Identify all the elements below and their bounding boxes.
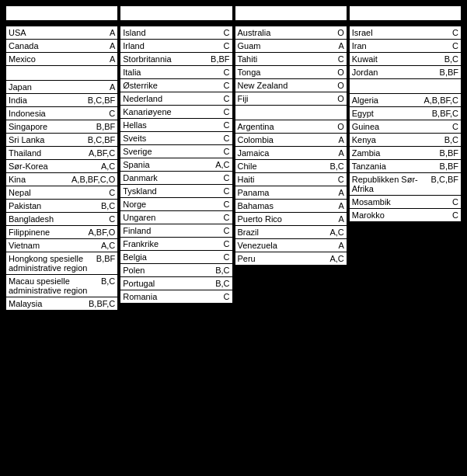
country-code: O xyxy=(337,122,344,131)
country-code: A xyxy=(338,41,343,50)
country-code: A xyxy=(338,214,343,224)
country-code: A xyxy=(110,41,115,50)
country-code: A xyxy=(338,241,343,250)
country-row: FijiO xyxy=(235,92,347,105)
column-4: IsraelCIranCKuwaitB,CJordanB,BFAlgeriaA,… xyxy=(350,26,461,311)
country-name: USA xyxy=(9,28,106,37)
country-code: A,C xyxy=(215,160,229,169)
country-code: C xyxy=(224,28,230,37)
country-code: C xyxy=(224,252,230,262)
mid-search-4-4[interactable] xyxy=(350,79,461,93)
country-row: ØsterrikeC xyxy=(120,79,232,92)
country-row: KinaA,B,BF,C,O xyxy=(6,173,117,186)
country-row: PeruA,C xyxy=(235,252,347,265)
country-name: Bangladesh xyxy=(9,214,106,224)
country-code: O xyxy=(337,68,344,77)
country-code: B,C xyxy=(329,162,343,171)
country-row: JapanA xyxy=(6,81,117,93)
country-row: TongaO xyxy=(235,66,347,78)
country-row: BelgiaC xyxy=(120,251,232,263)
country-name: Iran xyxy=(352,41,449,50)
country-row: SverigeC xyxy=(120,145,232,158)
country-name: Brazil xyxy=(238,228,327,237)
column-1: USAACanadaAMexicoAJapanAIndiaB,C,BFIndon… xyxy=(6,26,117,311)
country-code: C xyxy=(224,134,230,143)
country-name: Peru xyxy=(238,254,327,263)
country-code: C xyxy=(224,41,230,50)
country-code: C xyxy=(452,41,458,50)
top-search-input-4[interactable] xyxy=(350,6,461,20)
country-code: C xyxy=(338,54,344,64)
country-code: O xyxy=(337,28,344,37)
country-row: IndiaB,C,BF xyxy=(6,94,117,106)
country-name: Mosambik xyxy=(352,197,449,207)
country-code: A,C xyxy=(329,254,343,263)
country-name: Sverige xyxy=(123,147,220,156)
country-row: KanariøyeneC xyxy=(120,106,232,118)
country-name: Guam xyxy=(238,41,336,50)
country-name: Portugal xyxy=(123,279,212,288)
country-row: IslandC xyxy=(120,26,232,39)
country-name: Tanzania xyxy=(352,162,437,171)
country-name: Canada xyxy=(9,41,106,50)
country-name: Danmark xyxy=(123,173,220,182)
country-row: Republikken Sør-AfrikaB,C,BF xyxy=(350,173,461,195)
country-code: C xyxy=(224,292,230,301)
country-code: C xyxy=(109,188,115,197)
country-row: PolenB,C xyxy=(120,264,232,276)
country-name: Tahiti xyxy=(238,54,335,64)
top-search-input-2[interactable] xyxy=(120,6,232,20)
country-name: Pakistan xyxy=(9,201,98,210)
country-code: B,BF,C xyxy=(432,109,458,118)
country-row: SingaporeB,BF xyxy=(6,120,117,133)
country-row: MarokkoC xyxy=(350,209,461,221)
country-row: ChileB,C xyxy=(235,160,347,172)
country-row: MexicoA xyxy=(6,53,117,65)
mid-search-1-3[interactable] xyxy=(6,66,117,80)
country-code: C xyxy=(452,122,458,131)
country-name: Belgia xyxy=(123,252,220,262)
country-row: TanzaniaB,BF xyxy=(350,160,461,172)
country-name: Italia xyxy=(123,68,220,77)
country-row: KenyaB,C xyxy=(350,134,461,146)
country-row: MalaysiaB,BF,C xyxy=(6,297,117,310)
country-row: HaitiC xyxy=(235,173,347,186)
country-code: C xyxy=(224,226,230,235)
country-row: AlgeriaA,B,BF,C xyxy=(350,94,461,106)
country-name: Indonesia xyxy=(9,109,106,118)
mid-search-3-6[interactable] xyxy=(235,106,347,120)
country-row: HellasC xyxy=(120,119,232,131)
country-name: Polen xyxy=(123,266,212,275)
top-search-input[interactable] xyxy=(6,6,117,20)
country-name: Sri Lanka xyxy=(9,135,85,144)
country-code: C xyxy=(224,94,230,103)
country-name: Venezuela xyxy=(238,241,336,250)
country-code: A,C xyxy=(101,162,115,171)
country-name: Mexico xyxy=(9,54,106,64)
country-name: Malaysia xyxy=(9,299,85,308)
country-code: C xyxy=(338,175,344,184)
country-name: Spania xyxy=(123,160,212,169)
country-code: C xyxy=(224,68,230,77)
country-name: Norge xyxy=(123,200,220,209)
country-code: C xyxy=(224,239,230,248)
country-row: KuwaitB,C xyxy=(350,53,461,65)
country-row: TahitiC xyxy=(235,53,347,65)
country-name: Sveits xyxy=(123,134,220,143)
country-name: Panama xyxy=(238,188,336,197)
top-search-input-3[interactable] xyxy=(235,6,347,20)
country-name: Kanariøyene xyxy=(123,107,220,116)
country-row: NorgeC xyxy=(120,198,232,210)
country-name: Zambia xyxy=(352,148,437,158)
column-3: AustraliaOGuamATahitiCTongaONew ZealandO… xyxy=(235,26,347,311)
country-row: NederlandC xyxy=(120,92,232,105)
country-code: A,BF,C xyxy=(89,148,115,158)
country-row: EgyptB,BF,C xyxy=(350,107,461,120)
country-code: B,C xyxy=(101,276,115,286)
country-name: Marokko xyxy=(352,210,449,220)
country-row: IranC xyxy=(350,40,461,52)
country-row: Macau spesielle administrative regionB,C xyxy=(6,275,117,297)
country-row: NepalC xyxy=(6,186,117,199)
country-row: UngarenC xyxy=(120,211,232,224)
country-code: A,C xyxy=(101,241,115,250)
